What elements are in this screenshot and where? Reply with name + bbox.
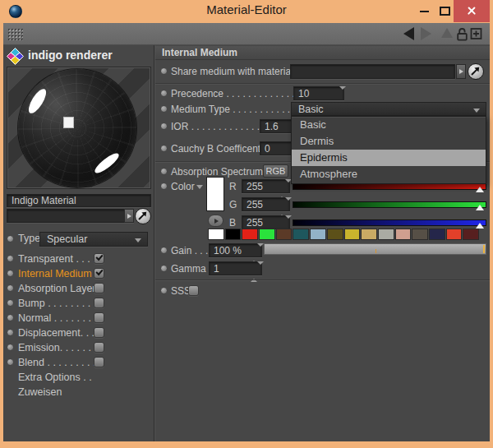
pick-object-button[interactable] <box>135 208 151 224</box>
blend-checkbox[interactable] <box>94 357 104 367</box>
slider-handle[interactable] <box>476 205 484 210</box>
stepper-arrows-icon[interactable] <box>251 265 258 279</box>
sidebar-item-displacement[interactable]: Displacement. . . <box>3 326 154 341</box>
sidebar-item-extra-options[interactable]: Extra Options . . <box>3 371 154 386</box>
chevron-down-icon <box>473 109 480 113</box>
palette-swatch[interactable] <box>429 229 445 240</box>
sidebar-item-absorption-layer[interactable]: Absorption Layer <box>3 282 154 297</box>
emission-checkbox[interactable] <box>94 342 104 353</box>
type-row: Type Specular <box>3 232 154 247</box>
slider-position-marker[interactable] <box>483 245 485 253</box>
b-value: 255 <box>246 217 263 229</box>
link-input[interactable] <box>7 209 134 223</box>
chevron-down-icon[interactable] <box>196 185 203 189</box>
palette-swatch[interactable] <box>327 229 343 240</box>
displacement-checkbox[interactable] <box>94 327 104 338</box>
rgb-button[interactable]: RGB <box>263 164 288 178</box>
sidebar-item-bump[interactable]: Bump . . . . . . . . . <box>3 297 154 312</box>
sidebar-item-internal-medium[interactable]: Internal Medium <box>3 267 154 282</box>
palette-swatch[interactable] <box>310 229 326 240</box>
sidebar-item-label: Absorption Layer <box>18 283 96 294</box>
share-popup-button[interactable] <box>456 64 466 79</box>
radio-dot <box>160 182 168 190</box>
title-bar[interactable]: Material-Editor <box>0 0 493 23</box>
material-name-input[interactable]: Indigo Material <box>7 194 151 207</box>
palette-swatch[interactable] <box>208 229 224 240</box>
share-medium-input[interactable] <box>290 64 455 79</box>
type-select[interactable]: Specular <box>39 232 148 247</box>
precedence-row: Precedence . . . . . . . . . . . . . . 1… <box>155 86 490 101</box>
b-stepper[interactable]: 255 <box>242 215 290 229</box>
palette-swatch[interactable] <box>259 229 275 240</box>
precedence-value: 10 <box>298 88 309 99</box>
normal-checkbox[interactable] <box>94 312 104 323</box>
absorption-layer-checkbox[interactable] <box>94 283 104 293</box>
maximize-button[interactable] <box>440 7 450 16</box>
color-palette <box>208 229 480 240</box>
radio-dot <box>160 168 168 175</box>
palette-swatch[interactable] <box>293 229 309 240</box>
forward-arrow-icon[interactable] <box>421 27 431 40</box>
palette-swatch[interactable] <box>446 229 463 240</box>
radio-dot <box>160 67 168 75</box>
current-color-swatch[interactable] <box>206 177 224 211</box>
link-popup-button[interactable] <box>124 209 134 223</box>
absorption-label: Absorption Spectrum <box>171 166 263 178</box>
sidebar-items: Transparent . . . .Internal MediumAbsorp… <box>3 252 154 400</box>
dropdown-option-epidermis[interactable]: Epidermis <box>292 150 486 166</box>
precedence-stepper[interactable]: 10 <box>293 86 344 100</box>
dropdown-option-atmosphere[interactable]: Atmosphere <box>292 166 486 182</box>
back-arrow-icon[interactable] <box>403 27 414 40</box>
toolbar <box>3 23 490 45</box>
color-label: Color <box>171 181 195 192</box>
stepper-arrows-icon[interactable] <box>279 201 286 215</box>
add-icon[interactable] <box>470 27 482 44</box>
lock-icon[interactable] <box>456 27 468 44</box>
gamma-row: Gamma 1 <box>155 261 490 276</box>
g-stepper[interactable]: 255 <box>242 197 290 211</box>
r-stepper[interactable]: 255 <box>242 179 290 193</box>
gain-stepper[interactable]: 100 % <box>209 243 262 257</box>
dropdown-option-basic[interactable]: Basic <box>292 117 486 133</box>
stepper-arrows-icon[interactable] <box>279 182 286 197</box>
palette-swatch[interactable] <box>412 229 428 240</box>
blue-gradient-slider[interactable] <box>293 219 486 226</box>
slider-handle[interactable] <box>476 223 484 229</box>
sidebar-item-normal[interactable]: Normal . . . . . . . . <box>3 312 154 326</box>
sidebar-item-emission[interactable]: Emission. . . . . . . <box>3 341 154 356</box>
transparent-checkbox[interactable] <box>94 253 104 264</box>
medium-type-select[interactable]: Basic <box>291 102 486 116</box>
share-pick-button[interactable] <box>468 63 484 80</box>
gain-slider[interactable] <box>264 243 486 255</box>
stepper-arrows-icon[interactable] <box>251 247 258 261</box>
palette-swatch[interactable] <box>378 229 394 240</box>
sidebar-item-blend[interactable]: Blend . . . . . . . . . <box>3 356 154 371</box>
medium-type-value: Basic <box>298 104 324 115</box>
close-button[interactable] <box>454 0 490 22</box>
internal-medium-checkbox[interactable] <box>94 268 104 279</box>
green-gradient-slider[interactable] <box>293 201 486 208</box>
palette-swatch[interactable] <box>361 229 377 240</box>
dropdown-option-dermis[interactable]: Dermis <box>292 133 486 150</box>
slider-handle[interactable] <box>476 187 484 192</box>
minimize-button[interactable] <box>420 11 429 12</box>
grip-handle-icon[interactable] <box>7 28 23 40</box>
radio-dot <box>7 344 14 351</box>
sidebar-item-zuweisen[interactable]: Zuweisen <box>3 386 154 400</box>
palette-swatch[interactable] <box>463 229 479 240</box>
bump-checkbox[interactable] <box>94 298 104 308</box>
palette-swatch[interactable] <box>225 229 242 240</box>
ior-value: 1.6 <box>265 121 279 132</box>
red-gradient-slider[interactable] <box>293 183 486 190</box>
palette-swatch[interactable] <box>344 229 361 240</box>
share-medium-row: Share medium with material <box>155 64 490 79</box>
sidebar-item-transparent[interactable]: Transparent . . . . <box>3 252 154 267</box>
palette-swatch[interactable] <box>276 229 293 240</box>
gamma-stepper[interactable]: 1 <box>209 261 262 275</box>
sss-checkbox[interactable] <box>188 285 199 296</box>
material-preview[interactable] <box>7 67 151 189</box>
up-arrow-icon[interactable] <box>441 28 453 38</box>
palette-swatch[interactable] <box>242 229 258 240</box>
palette-swatch[interactable] <box>395 229 412 240</box>
sidebar-item-label: Displacement. . . <box>18 327 94 339</box>
